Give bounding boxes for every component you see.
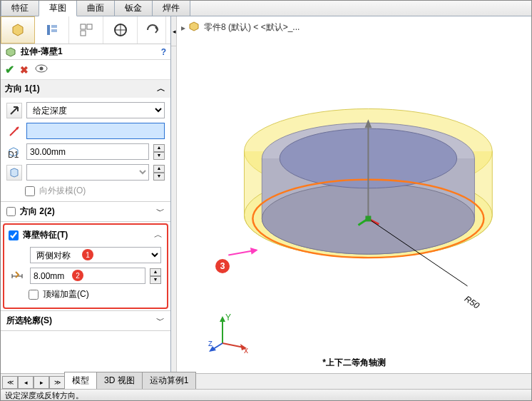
expand-icon: ﹀ (156, 315, 165, 327)
bottom-tab-motion[interactable]: 运动算例1 (142, 372, 197, 389)
direction1-label: 方向 1(1) (5, 83, 40, 95)
svg-rect-26 (365, 215, 371, 221)
depth-input[interactable] (26, 143, 149, 160)
breadcrumb-text: 零件8 (默认) < <默认>_... (204, 21, 300, 34)
svg-rect-5 (51, 25, 57, 28)
tab-sheetmetal[interactable]: 钣金 (114, 0, 153, 16)
graphics-viewport[interactable]: ▸ 零件8 (默认) < <默认>_... R50 (177, 16, 531, 389)
confirm-row: ✔ ✖ (1, 60, 170, 80)
bottom-tab-model[interactable]: 模型 (64, 372, 97, 389)
cap-ends-label: 顶端加盖(C) (43, 288, 89, 300)
svg-rect-7 (81, 24, 86, 29)
depth-icon: D1 (6, 144, 22, 160)
splitter-handle-icon[interactable]: ◂ (171, 16, 176, 46)
detailed-preview-icon[interactable] (34, 64, 48, 76)
draft-icon[interactable] (6, 165, 22, 181)
tab-nav-last[interactable]: ≫ (49, 376, 65, 389)
top-tab-strip: 特征 草图 曲面 钣金 焊件 (1, 1, 531, 16)
status-bar: 设定深度或反转方向。 (1, 389, 531, 400)
tab-surface[interactable]: 曲面 (76, 0, 115, 16)
svg-text:D1: D1 (8, 150, 19, 158)
breadcrumb[interactable]: ▸ 零件8 (默认) < <默认>_... (181, 21, 300, 34)
panel-splitter[interactable]: ◂ (171, 16, 177, 389)
property-manager-tab-icon[interactable] (35, 16, 69, 44)
thickness-spinner[interactable]: ▲▼ (150, 268, 161, 284)
selected-contours-label: 所选轮廓(S) (6, 315, 52, 327)
draft-outward-label: 向外拔模(O) (39, 185, 86, 197)
view-orientation-label: *上下二等角轴测 (322, 357, 386, 369)
depth-spinner[interactable]: ▲▼ (153, 144, 165, 160)
svg-point-14 (40, 67, 44, 71)
help-button[interactable]: ? (161, 47, 166, 57)
tab-weldment[interactable]: 焊件 (152, 0, 190, 16)
thin-feature-label: 薄壁特征(T) (23, 229, 68, 241)
svg-text:z: z (208, 338, 213, 348)
collapse-icon: ︿ (154, 229, 163, 241)
end-condition-select[interactable]: 给定深度 (26, 102, 165, 118)
radius-dimension: R50 (463, 294, 481, 311)
property-manager: 拉伸-薄壁1 ? ✔ ✖ 方向 1(1) ︿ 给定深度 (1, 16, 171, 389)
config-manager-tab-icon[interactable] (69, 16, 103, 44)
bottom-tab-3dview[interactable]: 3D 视图 (96, 372, 143, 389)
feature-title-row: 拉伸-薄壁1 ? (1, 44, 170, 60)
direction2-label: 方向 2(2) (20, 205, 55, 218)
panel-tab-icons (1, 16, 170, 44)
direction2-checkbox[interactable] (6, 207, 16, 216)
direction1-header[interactable]: 方向 1(1) ︿ (1, 80, 170, 98)
cap-ends-checkbox[interactable] (29, 290, 39, 300)
selected-contours-section[interactable]: 所选轮廓(S) ﹀ (1, 310, 170, 331)
svg-rect-8 (87, 24, 92, 29)
thin-feature-checkbox[interactable] (9, 230, 19, 240)
tab-sketch[interactable]: 草图 (39, 0, 77, 16)
collapse-icon: ︿ (156, 83, 166, 95)
svg-text:x: x (244, 345, 248, 355)
tab-nav-first[interactable]: ≪ (2, 376, 18, 389)
feature-title: 拉伸-薄壁1 (21, 46, 161, 58)
thin-type-select[interactable]: 两侧对称 (30, 247, 161, 263)
thin-feature-section: 薄壁特征(T) ︿ 两侧对称 1 2 ▲▼ 顶端加盖(C) (3, 223, 168, 309)
svg-rect-6 (51, 29, 57, 32)
svg-text:Y: Y (225, 313, 231, 323)
tab-nav-next[interactable]: ▸ (34, 376, 49, 389)
direction-vector-icon (6, 123, 22, 139)
part-icon (188, 21, 201, 34)
thickness-icon (10, 268, 26, 284)
ok-button[interactable]: ✔ (5, 63, 14, 76)
draft-outward-checkbox[interactable] (25, 186, 35, 196)
direction2-section[interactable]: 方向 2(2) ﹀ (1, 202, 170, 222)
reverse-direction-icon[interactable] (6, 103, 22, 118)
svg-rect-4 (47, 25, 50, 35)
model-canvas[interactable]: R50 (184, 45, 524, 342)
callout-1: 1 (82, 249, 93, 260)
draft-spinner[interactable]: ▲▼ (153, 165, 165, 181)
dim-manager-tab-icon[interactable] (103, 16, 138, 44)
thickness-input[interactable] (30, 268, 145, 284)
overflow-tab-icon[interactable] (138, 16, 166, 44)
view-triad-icon: Y x z (208, 312, 251, 355)
direction-reference-input[interactable] (26, 123, 165, 139)
breadcrumb-arrow-icon: ▸ (181, 23, 185, 33)
svg-rect-9 (81, 31, 86, 36)
bottom-tab-strip: ≪ ◂ ▸ ≫ 模型 3D 视图 运动算例1 (1, 373, 531, 389)
tab-feature[interactable]: 特征 (1, 0, 39, 16)
direction1-section: 方向 1(1) ︿ 给定深度 D1 ▲▼ (1, 80, 170, 202)
expand-icon: ﹀ (156, 205, 165, 218)
extrude-icon (5, 46, 18, 58)
feature-manager-tab-icon[interactable] (1, 16, 35, 44)
tab-nav-prev[interactable]: ◂ (18, 376, 34, 389)
draft-select[interactable] (26, 164, 149, 181)
callout-2: 2 (72, 270, 83, 281)
cancel-button[interactable]: ✖ (20, 64, 29, 76)
callout-3: 3 (215, 259, 230, 273)
